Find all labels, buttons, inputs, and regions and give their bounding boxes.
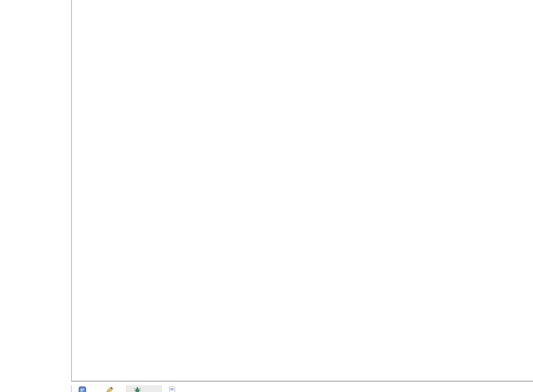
tab-coverage[interactable] <box>162 385 189 392</box>
code-editor <box>71 0 533 382</box>
console-icon <box>79 386 86 392</box>
coverage-file-icon <box>168 386 176 392</box>
search-icon <box>106 386 113 392</box>
debug-spider-icon <box>134 386 141 392</box>
code-area[interactable] <box>105 0 533 381</box>
tab-console[interactable] <box>72 385 99 392</box>
tab-search[interactable] <box>99 385 127 392</box>
code-lines <box>105 0 533 381</box>
view-tab-bar <box>71 385 533 392</box>
tab-debug[interactable] <box>127 385 162 392</box>
